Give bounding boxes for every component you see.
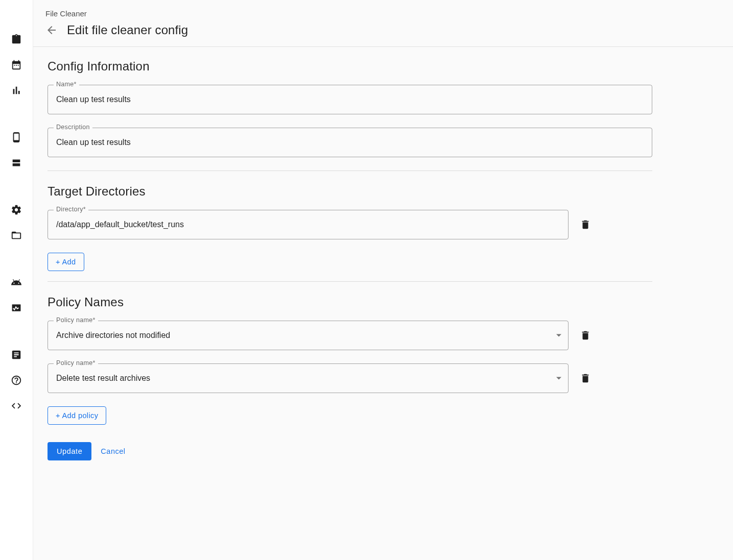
name-input[interactable]	[48, 85, 652, 114]
barchart-icon[interactable]	[10, 84, 22, 96]
policy-field: Policy name* Archive directories not mod…	[48, 321, 569, 350]
description-label: Description	[54, 124, 92, 131]
policy-row: Policy name* Archive directories not mod…	[48, 321, 652, 350]
name-label: Name*	[54, 81, 79, 88]
content: Config Information Name* Description Tar…	[33, 47, 667, 481]
add-policy-button[interactable]: + Add policy	[48, 406, 106, 425]
directory-label: Directory*	[54, 206, 88, 213]
policy-value: Archive directories not modified	[56, 331, 170, 340]
page-title: Edit file cleaner config	[67, 23, 188, 37]
policy-field: Policy name* Delete test result archives	[48, 363, 569, 393]
android-icon[interactable]	[10, 276, 22, 288]
policy-label: Policy name*	[54, 359, 98, 367]
note-icon[interactable]	[10, 349, 22, 361]
update-button[interactable]: Update	[48, 442, 91, 460]
activity-icon[interactable]	[10, 302, 22, 314]
add-policy-row: + Add policy	[48, 406, 652, 425]
name-field: Name*	[48, 85, 652, 114]
add-directory-row: + Add	[48, 253, 652, 271]
policy-select-1[interactable]: Delete test result archives	[48, 363, 569, 393]
divider	[48, 171, 652, 171]
storage-icon[interactable]	[10, 157, 22, 169]
delete-icon[interactable]	[580, 373, 591, 384]
section-heading-targets: Target Directories	[48, 184, 652, 199]
folder-icon[interactable]	[10, 229, 22, 241]
main-panel: File Cleaner Edit file cleaner config Co…	[33, 0, 733, 560]
title-row: Edit file cleaner config	[45, 23, 721, 37]
help-icon[interactable]	[10, 374, 22, 386]
policy-row: Policy name* Delete test result archives	[48, 363, 652, 393]
description-field: Description	[48, 128, 652, 157]
clipboard-icon[interactable]	[10, 33, 22, 45]
policy-select-0[interactable]: Archive directories not modified	[48, 321, 569, 350]
form-actions: Update Cancel	[48, 442, 652, 460]
policy-value: Delete test result archives	[56, 374, 150, 383]
calendar-icon[interactable]	[10, 59, 22, 71]
sidebar	[0, 0, 33, 560]
back-arrow-icon[interactable]	[45, 24, 58, 36]
gear-icon[interactable]	[10, 204, 22, 216]
description-input[interactable]	[48, 128, 652, 157]
topbar: File Cleaner Edit file cleaner config	[33, 0, 733, 47]
phone-icon[interactable]	[10, 131, 22, 143]
section-heading-policies: Policy Names	[48, 295, 652, 309]
add-directory-button[interactable]: + Add	[48, 253, 84, 271]
cancel-button[interactable]: Cancel	[101, 447, 125, 455]
divider	[48, 281, 652, 282]
delete-icon[interactable]	[580, 330, 591, 341]
directory-input[interactable]	[48, 210, 569, 239]
policy-label: Policy name*	[54, 316, 98, 324]
directory-row: Directory*	[48, 210, 652, 239]
code-icon[interactable]	[10, 400, 22, 412]
directory-field: Directory*	[48, 210, 569, 239]
delete-icon[interactable]	[580, 219, 591, 230]
breadcrumb: File Cleaner	[45, 9, 721, 18]
section-heading-config: Config Information	[48, 59, 652, 74]
